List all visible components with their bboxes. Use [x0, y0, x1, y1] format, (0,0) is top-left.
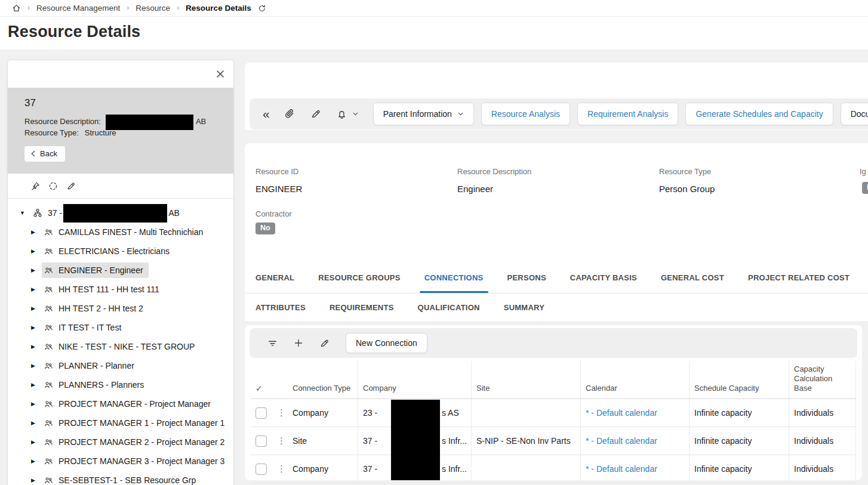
chevron-right-icon[interactable]: ▶ — [31, 267, 42, 273]
cell-calendar: * - Default calendar — [581, 427, 690, 455]
row-checkbox[interactable] — [256, 435, 267, 447]
chevron-down-icon — [352, 112, 359, 116]
attachment-icon[interactable] — [284, 109, 295, 119]
home-icon[interactable] — [12, 4, 21, 13]
requirement-analysis-button[interactable]: Requirement Analysis — [577, 103, 678, 125]
tree-item-label: PROJECT MANAGER - Project Manager — [59, 399, 211, 409]
chevron-right-icon[interactable]: ▶ — [31, 382, 42, 388]
chevron-right-icon[interactable]: ▶ — [31, 458, 42, 464]
chevron-right-icon[interactable]: ▶ — [31, 286, 42, 292]
calendar-link[interactable]: * - Default calendar — [586, 408, 657, 418]
back-button[interactable]: Back — [24, 146, 65, 162]
bell-icon — [337, 109, 347, 119]
chevron-right-icon[interactable]: ▶ — [31, 477, 42, 483]
chevron-right-icon[interactable]: ▶ — [31, 344, 42, 350]
resource-analysis-button[interactable]: Resource Analysis — [481, 103, 570, 125]
tab-requirements[interactable]: REQUIREMENTS — [330, 294, 394, 322]
breadcrumb: › Resource Management › Resource › Resou… — [0, 0, 868, 17]
chevron-right-icon[interactable]: ▶ — [31, 305, 42, 311]
tree-item-root[interactable]: ▼ 37 -AB — [8, 203, 233, 223]
tree-item[interactable]: ▶ PROJECT MANAGER - Project Manager — [8, 394, 233, 413]
breadcrumb-current: Resource Details — [186, 4, 251, 13]
close-icon[interactable] — [213, 67, 227, 81]
edit-icon[interactable] — [66, 181, 76, 191]
tab-capacity-basis[interactable]: CAPACITY BASIS — [570, 262, 637, 293]
calendar-link[interactable]: * - Default calendar — [586, 464, 657, 474]
chevron-right-icon[interactable]: ▶ — [31, 401, 42, 407]
tab-project-related-cost[interactable]: PROJECT RELATED COST — [748, 262, 849, 293]
tree-item[interactable]: ▶ ELECTRICIANS - Electricians — [8, 242, 233, 261]
tab-resource-groups[interactable]: RESOURCE GROUPS — [318, 262, 400, 293]
kebab-menu-icon[interactable]: ⋮ — [277, 435, 286, 446]
select-all-checkmark[interactable]: ✓ — [251, 361, 272, 398]
header-site[interactable]: Site — [472, 361, 581, 398]
header-capacity-calculation-base[interactable]: Capacity Calculation Base — [789, 361, 856, 398]
calendar-link[interactable]: * - Default calendar — [586, 436, 657, 446]
notifications-control[interactable] — [337, 109, 359, 119]
row-checkbox[interactable] — [256, 464, 267, 475]
connections-table: ✓ Connection Type Company Site Calendar … — [251, 361, 856, 483]
tree-item-label: SE-SEBTEST-1 - SEB Resource Grp — [59, 475, 196, 485]
new-connection-button[interactable]: New Connection — [346, 333, 427, 353]
document-text-button[interactable]: Document T — [841, 103, 868, 125]
tree-item[interactable]: ▶ HH TEST 2 - HH test 2 — [8, 299, 233, 318]
chevron-down-icon[interactable]: ▼ — [20, 210, 30, 216]
tab-attributes[interactable]: ATTRIBUTES — [256, 294, 306, 322]
tab-general[interactable]: GENERAL — [256, 262, 294, 293]
chevron-right-icon[interactable]: ▶ — [31, 363, 42, 369]
kebab-menu-icon[interactable]: ⋮ — [277, 407, 286, 418]
refresh-icon[interactable] — [258, 4, 266, 13]
node-id: 37 — [24, 97, 225, 109]
group-icon — [44, 457, 53, 466]
tree-item-label: PLANNER - Planner — [59, 361, 134, 370]
tab-connections[interactable]: CONNECTIONS — [424, 262, 484, 293]
row-checkbox[interactable] — [256, 407, 267, 419]
chevron-right-icon[interactable]: ▶ — [31, 325, 42, 330]
tree-item[interactable]: ▶ PLANNER - Planner — [8, 356, 233, 375]
chevron-right-icon[interactable]: ▶ — [31, 420, 42, 426]
resource-description-value: Engineer — [457, 184, 493, 194]
resource-id-value: ENGINEER — [256, 184, 302, 194]
generate-schedules-button[interactable]: Generate Schedules and Capacity — [685, 103, 833, 125]
header-company[interactable]: Company — [358, 361, 472, 398]
tree-item[interactable]: ▶ PROJECT MANAGER 2 - Project Manager 2 — [8, 433, 233, 452]
tree-item[interactable]: ▶ PLANNERS - Planners — [8, 375, 233, 394]
collapse-panel-icon[interactable]: « — [263, 107, 270, 120]
tree-item-label: CAMILLAS FINEST - Multi Technichian — [59, 227, 203, 237]
tree-item[interactable]: ▶ IT TEST - IT Test — [8, 318, 233, 337]
breadcrumb-resource-management[interactable]: Resource Management — [36, 4, 120, 13]
tree-item[interactable]: ▶ CAMILLAS FINEST - Multi Technichian — [8, 223, 233, 242]
header-calendar[interactable]: Calendar — [581, 361, 690, 398]
tab-summary[interactable]: SUMMARY — [504, 294, 544, 322]
tree-item[interactable]: ▶ NIKE - TEST - NIKE - TEST GROUP — [8, 337, 233, 356]
tree-item-label: PROJECT MANAGER 3 - Project Manager 3 — [59, 456, 224, 466]
chevron-right-icon[interactable]: ▶ — [31, 229, 42, 235]
pin-icon[interactable] — [30, 181, 40, 191]
edit-icon[interactable] — [310, 109, 321, 119]
cell-capacity-calculation-base: Individuals — [789, 399, 856, 427]
edit-icon[interactable] — [319, 338, 330, 348]
tree-item-label: 37 -AB — [48, 208, 180, 218]
tab-general-cost[interactable]: GENERAL COST — [661, 262, 724, 293]
parent-information-dropdown[interactable]: Parent Information — [373, 103, 474, 125]
chevron-right-icon[interactable]: ▶ — [31, 248, 42, 254]
add-icon[interactable] — [294, 338, 303, 348]
kebab-menu-icon[interactable]: ⋮ — [277, 464, 286, 474]
group-icon — [44, 323, 53, 332]
chevron-right-icon[interactable]: ▶ — [31, 439, 42, 445]
tree-item[interactable]: ▶ SE-SEBTEST-1 - SEB Resource Grp — [8, 471, 233, 485]
breadcrumb-resource[interactable]: Resource — [136, 4, 170, 13]
header-schedule-capacity[interactable]: Schedule Capacity — [690, 361, 789, 398]
filter-icon[interactable] — [267, 338, 278, 348]
tree-item-label: HH TEST 2 - HH test 2 — [59, 304, 143, 313]
tab-persons[interactable]: PERSONS — [507, 262, 546, 293]
tree-item[interactable]: ▶ HH TEST 111 - HH test 111 — [8, 280, 233, 299]
node-description-line: Resource Description:AB — [24, 116, 225, 127]
tab-qualification[interactable]: QUALIFICATION — [418, 294, 480, 322]
header-connection-type[interactable]: Connection Type — [288, 361, 358, 398]
tree-item-selected[interactable]: ▶ ENGINEER - Engineer — [8, 261, 233, 280]
fit-view-icon[interactable] — [48, 181, 58, 191]
tree-item[interactable]: ▶ PROJECT MANAGER 1 - Project Manager 1 — [8, 413, 233, 433]
tree-item-label: ENGINEER - Engineer — [59, 265, 143, 275]
tree-item[interactable]: ▶ PROJECT MANAGER 3 - Project Manager 3 — [8, 452, 233, 471]
